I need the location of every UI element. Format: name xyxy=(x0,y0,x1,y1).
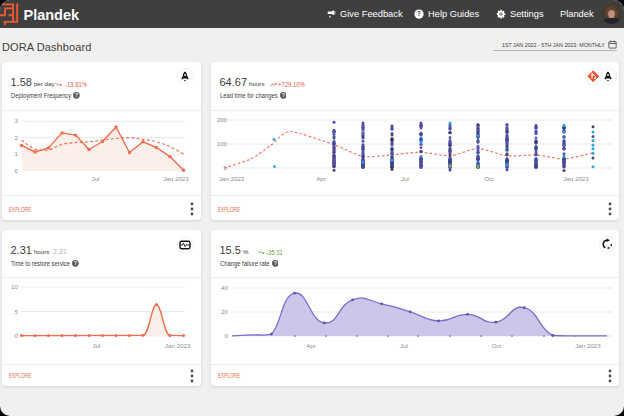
svg-text:40: 40 xyxy=(221,284,228,291)
svg-text:Oct: Oct xyxy=(492,342,502,349)
svg-text:Jul: Jul xyxy=(401,175,409,182)
svg-text:20: 20 xyxy=(221,308,228,315)
svg-text:?: ? xyxy=(74,261,77,266)
svg-text:?: ? xyxy=(282,93,285,98)
svg-text:Jan 2022: Jan 2022 xyxy=(219,175,245,182)
svg-text:?: ? xyxy=(75,93,78,98)
svg-text:Jan 2023: Jan 2023 xyxy=(575,342,601,349)
svg-text:Jan 2023: Jan 2023 xyxy=(163,175,189,182)
svg-text:200: 200 xyxy=(217,116,228,123)
svg-text:Jul: Jul xyxy=(93,342,101,349)
svg-text:3: 3 xyxy=(15,117,19,124)
svg-text:Oct: Oct xyxy=(484,175,494,182)
svg-text:0: 0 xyxy=(15,167,19,174)
svg-text:1: 1 xyxy=(15,150,19,157)
svg-text:Jan 2023: Jan 2023 xyxy=(563,175,589,182)
svg-text:Jul: Jul xyxy=(400,342,408,349)
svg-text:5: 5 xyxy=(15,308,19,315)
svg-text:10: 10 xyxy=(11,283,18,290)
svg-text:2: 2 xyxy=(15,134,19,141)
svg-text:?: ? xyxy=(273,261,276,266)
svg-text:0: 0 xyxy=(15,332,19,339)
svg-text:Apr: Apr xyxy=(316,175,326,182)
svg-text:Jul: Jul xyxy=(92,175,100,182)
svg-text:0: 0 xyxy=(225,332,229,339)
svg-text:Jan 2023: Jan 2023 xyxy=(165,342,191,349)
svg-text:Apr: Apr xyxy=(306,342,316,349)
svg-text:?: ? xyxy=(417,10,421,17)
svg-text:100: 100 xyxy=(217,140,228,147)
